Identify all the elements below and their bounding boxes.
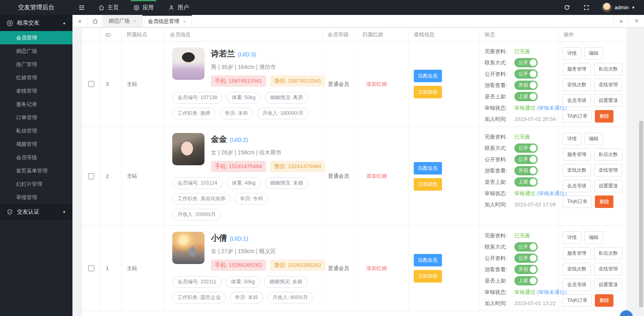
guest-view-toggle[interactable]: 开启	[514, 166, 538, 175]
delete-button[interactable]: 删除	[595, 294, 613, 307]
detail-button[interactable]: 详情	[563, 231, 581, 244]
listed-toggle[interactable]: 上架	[514, 177, 538, 187]
tabbar: « 婚恋广场 × 会员信息管理 × » ˅	[72, 15, 644, 27]
member-table-card: ID 所属站点 会员信息 会员等级 归属红娘 牵线信息 状态 操作 3 主站 诗	[82, 28, 626, 316]
scrollbar-thumb[interactable]	[639, 121, 643, 307]
message-count-button[interactable]: 私信次数	[594, 63, 622, 75]
row-checkbox[interactable]	[88, 81, 94, 87]
sidebar-item-orders[interactable]: 订单管理	[0, 111, 72, 124]
add-matchmaker-link[interactable]: 添加红娘	[366, 265, 387, 272]
orders-button[interactable]: TA的订单	[563, 110, 592, 123]
line-count-button[interactable]: 牵线次数	[563, 164, 591, 177]
sidebar-collapse-icon[interactable]	[72, 0, 91, 15]
tabs-scroll-left-icon[interactable]: «	[72, 15, 88, 27]
member-info-cell: 小倩 (UID:1) 女 | 27岁 | 159cm | 顺义区 手机: 152…	[165, 226, 323, 311]
topnav-home[interactable]: 主页	[91, 0, 126, 15]
member-tag: 月收入: 8000/月	[267, 292, 313, 304]
message-count-button[interactable]: 私信次数	[594, 247, 622, 260]
guest-view-toggle[interactable]: 开启	[514, 265, 538, 274]
close-icon[interactable]: ×	[183, 19, 186, 25]
set-top-button[interactable]: 设置置顶	[594, 279, 622, 291]
tabs-scroll-right-icon[interactable]: »	[613, 15, 629, 27]
sidebar-item-members[interactable]: 会员管理	[0, 31, 72, 44]
tabs-menu-icon[interactable]: ˅	[629, 15, 644, 27]
sidebar-group-verification[interactable]: 交友认证 ▼	[0, 204, 72, 220]
contact-toggle[interactable]: 公开	[514, 242, 538, 252]
caret-up-icon: ▲	[62, 21, 66, 25]
tab-member-info[interactable]: 会员信息管理 ×	[142, 15, 192, 27]
orders-button[interactable]: TA的订单	[563, 294, 592, 307]
sidebar-item-matchmakers[interactable]: 红娘管理	[0, 71, 72, 84]
contact-toggle[interactable]: 公开	[514, 143, 538, 153]
match-now-button[interactable]: 立刻牵线	[414, 178, 442, 191]
close-icon[interactable]: ×	[133, 18, 136, 24]
member-level-button[interactable]: 会员等级	[563, 180, 591, 192]
fullscreen-icon[interactable]	[582, 4, 590, 12]
edit-button[interactable]: 编辑	[584, 231, 603, 244]
delete-button[interactable]: 删除	[595, 195, 613, 208]
match-now-button[interactable]: 立刻牵线	[414, 86, 442, 98]
public-profile-toggle[interactable]: 公开	[514, 69, 538, 79]
row-checkbox[interactable]	[88, 173, 94, 179]
line-count-button[interactable]: 牵线次数	[563, 263, 591, 275]
sidebar-item-videos[interactable]: 视频管理	[0, 137, 72, 151]
sidebar-item-matchline[interactable]: 牵线管理	[0, 84, 72, 98]
delete-button[interactable]: 删除	[595, 110, 613, 123]
sidebar-item-reports[interactable]: 举报管理	[0, 191, 72, 204]
listed-toggle[interactable]: 上架	[514, 92, 538, 101]
service-manage-button[interactable]: 服务管理	[563, 63, 591, 75]
row-checkbox[interactable]	[88, 265, 94, 271]
edit-button[interactable]: 编辑	[584, 133, 603, 145]
set-top-button[interactable]: 设置置顶	[594, 94, 622, 107]
detail-button[interactable]: 详情	[563, 133, 581, 145]
sidebar-item-service-records[interactable]: 服务记录	[0, 98, 72, 111]
line-manage-button[interactable]: 牵线管理	[594, 263, 622, 275]
refresh-icon[interactable]	[563, 4, 571, 12]
audit-status: 审核通过	[514, 104, 535, 112]
tab-home-icon[interactable]	[88, 15, 103, 27]
app-title: 交友管理后台	[0, 0, 72, 15]
member-uid[interactable]: (UID:2)	[230, 137, 248, 143]
public-profile-toggle[interactable]: 公开	[514, 254, 538, 263]
member-uid[interactable]: (UID:3)	[238, 51, 256, 58]
edit-button[interactable]: 编辑	[584, 47, 603, 60]
guest-view-toggle[interactable]: 开启	[514, 81, 538, 90]
orders-button[interactable]: TA的订单	[563, 195, 592, 208]
chevron-down-icon: ▼	[632, 6, 635, 10]
add-matchmaker-link[interactable]: 添加红娘	[366, 173, 387, 180]
match-member-button[interactable]: 匹配会员	[414, 162, 442, 175]
line-count-button[interactable]: 牵线次数	[563, 79, 591, 91]
service-manage-button[interactable]: 服务管理	[563, 148, 591, 161]
sidebar-group-dating[interactable]: 相亲交友 ▲	[0, 15, 72, 31]
topnav-users[interactable]: 用户	[161, 0, 196, 15]
line-manage-button[interactable]: 牵线管理	[594, 164, 622, 177]
sidebar-item-slides[interactable]: 幻灯片管理	[0, 177, 72, 191]
match-now-button[interactable]: 立刻牵线	[414, 270, 442, 283]
topnav-apps[interactable]: 应用	[126, 0, 161, 15]
member-wechat: 微信: 15265265262	[270, 260, 325, 271]
sidebar-item-home-menu[interactable]: 首页菜单管理	[0, 164, 72, 177]
contact-toggle[interactable]: 公开	[514, 58, 538, 67]
sidebar-item-marriage-plaza[interactable]: 婚恋广场	[0, 44, 72, 58]
shield-icon	[6, 209, 13, 216]
content: ID 所属站点 会员信息 会员等级 归属红娘 牵线信息 状态 操作 3 主站 诗	[72, 28, 644, 316]
match-member-button[interactable]: 匹配会员	[414, 70, 442, 82]
col-level: 会员等级	[323, 28, 357, 41]
message-count-button[interactable]: 私信次数	[594, 148, 622, 161]
detail-button[interactable]: 详情	[563, 47, 581, 60]
member-uid[interactable]: (UID:1)	[230, 235, 248, 242]
service-manage-button[interactable]: 服务管理	[563, 247, 591, 260]
member-level-button[interactable]: 会员等级	[563, 279, 591, 291]
sidebar-item-member-levels[interactable]: 会员等级	[0, 151, 72, 164]
tab-marriage-plaza[interactable]: 婚恋广场 ×	[103, 15, 142, 27]
listed-toggle[interactable]: 上架	[514, 276, 538, 285]
user-menu[interactable]: admin ▼	[602, 2, 635, 12]
sidebar-item-messages[interactable]: 私信管理	[0, 124, 72, 137]
set-top-button[interactable]: 设置置顶	[594, 180, 622, 192]
line-manage-button[interactable]: 牵线管理	[594, 79, 622, 91]
member-level-button[interactable]: 会员等级	[563, 94, 591, 107]
public-profile-toggle[interactable]: 公开	[514, 155, 538, 164]
match-member-button[interactable]: 匹配会员	[414, 254, 442, 266]
add-matchmaker-link[interactable]: 添加红娘	[366, 81, 387, 88]
sidebar-item-promotion[interactable]: 推广管理	[0, 58, 72, 71]
